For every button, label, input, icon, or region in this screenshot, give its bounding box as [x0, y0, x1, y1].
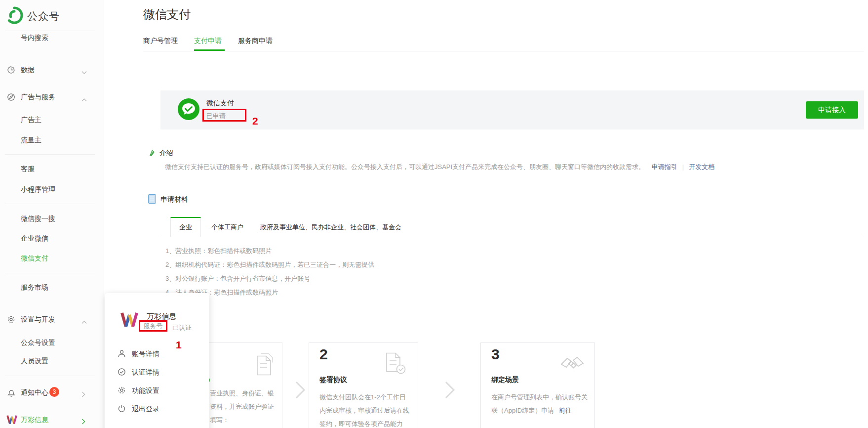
intro-description-row: 微信支付支持已认证的服务号，政府或媒体订阅号接入支付功能。公众号接入支付后，可以…: [165, 163, 714, 171]
materials-heading-label: 申请材料: [160, 195, 188, 204]
material-item-2: 2、组织机构代码证：彩色扫描件或数码照片，若已三证合一，则无需提供: [165, 260, 374, 269]
check-circle-icon: [118, 368, 126, 378]
sidebar-item-traffic[interactable]: 流量主: [0, 135, 104, 146]
card1-text-fragment-3: 填写：: [210, 416, 229, 425]
card1-text-fragment-1: 营业执照、身份证、银: [210, 389, 274, 398]
sidebar-item-label: 号内搜索: [21, 34, 48, 43]
sidebar-item-label: 小程序管理: [21, 185, 55, 194]
sidebar-item-ads-services[interactable]: 广告与服务: [0, 92, 104, 103]
sidebar-item-staff-settings[interactable]: 人员设置: [0, 356, 104, 367]
chevron-up-icon: [81, 95, 87, 103]
notification-badge: 3: [49, 387, 59, 397]
chevron-right-separator-icon: [444, 381, 455, 401]
sidebar-item-label: 万彩信息: [21, 416, 48, 425]
materials-tab-enterprise[interactable]: 企业: [170, 217, 201, 237]
intro-heading-label: 介绍: [159, 149, 173, 158]
sidebar-item-notification-center[interactable]: 通知中心 3: [0, 387, 104, 398]
sidebar-item-label: 微信支付: [21, 254, 48, 263]
pie-chart-icon: [7, 66, 15, 76]
apply-access-button[interactable]: 申请接入: [806, 101, 858, 119]
step-description: 在商户号管理列表中，确认账号关联（AppID绑定）申请 前往: [491, 390, 588, 417]
material-item-3: 3、对公银行账户：包含开户行省市信息，开户账号: [165, 274, 310, 283]
sidebar-item-service-market[interactable]: 服务市场: [0, 282, 104, 293]
wechat-mp-admin-screen: 公众号 号内搜索 数据 广告: [0, 0, 868, 428]
popup-menu-label: 功能设置: [132, 386, 159, 395]
popup-menu-label: 认证详情: [132, 368, 159, 377]
document-icon: [148, 194, 156, 205]
divider: [5, 376, 95, 376]
tab-payment-application[interactable]: 支付申请: [194, 37, 222, 45]
materials-tab-divider: [160, 237, 864, 237]
sidebar-item-label: 通知中心: [21, 388, 48, 397]
popup-menu-function-settings[interactable]: 功能设置: [105, 385, 209, 398]
page-title: 微信支付: [143, 6, 191, 22]
sidebar-item-account[interactable]: 万彩信息: [0, 415, 104, 426]
go-to-link[interactable]: 前往: [559, 407, 572, 414]
pen-icon: [148, 148, 157, 158]
apply-guide-link[interactable]: 申请指引: [652, 163, 677, 171]
sidebar: 公众号 号内搜索 数据 广告: [0, 0, 104, 428]
sidebar-item-label: 广告主: [21, 116, 41, 125]
sidebar-item-label: 公众号设置: [21, 339, 55, 347]
step-card-3: 3 绑定场景 在商户号管理列表中，确认账号关联（AppID绑定）申请 前往: [480, 342, 595, 428]
chevron-up-icon: [81, 318, 87, 326]
handshake-icon: [560, 354, 585, 374]
sidebar-item-label: 人员设置: [21, 357, 48, 366]
bell-icon: [7, 388, 16, 399]
gear-icon: [118, 386, 126, 396]
materials-section-heading: 申请材料: [148, 194, 188, 205]
sidebar-item-wechat-pay[interactable]: 微信支付: [0, 253, 104, 264]
sidebar-item-data[interactable]: 数据: [0, 65, 104, 76]
tab-merchant-management[interactable]: 商户号管理: [143, 37, 178, 45]
annotation-box-status: [202, 109, 246, 122]
popup-menu-label: 账号详情: [132, 350, 159, 359]
sidebar-item-account-settings[interactable]: 公众号设置: [0, 338, 104, 348]
step-title: 签署协议: [319, 376, 347, 385]
mp-logo[interactable]: 公众号: [5, 6, 60, 26]
popup-menu-account-details[interactable]: 账号详情: [105, 348, 209, 361]
divider: [143, 51, 864, 51]
account-type-with-annotation-box: 服务号: [139, 320, 167, 332]
materials-tab-individual[interactable]: 个体工商户: [211, 223, 243, 232]
annotation-number-2: 2: [252, 115, 258, 127]
wechat-pay-icon: [178, 98, 199, 122]
chevron-right-icon: [81, 391, 85, 399]
sidebar-item-label: 数据: [21, 66, 35, 75]
sidebar-item-in-account-search[interactable]: 号内搜索: [0, 33, 104, 43]
sidebar-item-label: 流量主: [21, 136, 41, 145]
step-description-text: 在商户号管理列表中，确认账号关联（AppID绑定）申请: [491, 393, 588, 414]
user-icon: [118, 349, 126, 359]
step-title: 绑定场景: [491, 376, 519, 385]
divider: [5, 273, 95, 273]
material-item-1: 1、营业执照：彩色扫描件或数码照片: [165, 247, 272, 256]
sidebar-item-advertiser[interactable]: 广告主: [0, 115, 104, 126]
popup-menu-logout[interactable]: 退出登录: [105, 403, 209, 416]
banner-product-name: 微信支付: [206, 99, 234, 108]
divider: [5, 204, 95, 204]
sidebar-item-wecom[interactable]: 企业微信: [0, 233, 104, 244]
sidebar-item-label: 设置与开发: [21, 315, 55, 324]
documents-icon: [256, 353, 274, 377]
power-icon: [118, 404, 126, 414]
gear-icon: [7, 315, 15, 325]
mp-logo-text: 公众号: [27, 9, 60, 23]
step-number: 3: [491, 346, 500, 363]
dev-docs-link[interactable]: 开发文档: [689, 163, 714, 171]
materials-tab-government[interactable]: 政府及事业单位、民办非企业、社会团体、基金会: [260, 223, 401, 232]
w-logo-icon: [6, 413, 17, 427]
sidebar-item-settings-dev[interactable]: 设置与开发: [0, 314, 104, 325]
link-separator: |: [682, 163, 684, 171]
sidebar-item-wechat-search[interactable]: 微信搜一搜: [0, 214, 104, 224]
sidebar-item-label: 微信搜一搜: [21, 214, 55, 223]
intro-section-heading: 介绍: [148, 148, 173, 158]
step-description: 微信支付团队会在1-2个工作日内完成审核，审核通过后请在线签约，即可体验各项产品…: [319, 390, 411, 428]
tab-service-provider[interactable]: 服务商申请: [238, 37, 273, 45]
sidebar-item-customer-service[interactable]: 客服: [0, 164, 104, 174]
intro-description: 微信支付支持已认证的服务号，政府或媒体订阅号接入支付功能。公众号接入支付后，可以…: [165, 163, 645, 171]
step-card-2: 2 签署协议 微信支付团队会在1-2个工作日内完成审核，审核通过后请在线签约，即…: [309, 342, 418, 428]
popup-menu-label: 退出登录: [132, 405, 159, 414]
popup-menu-verification-details[interactable]: 认证详情: [105, 367, 209, 380]
sidebar-item-miniprogram[interactable]: 小程序管理: [0, 184, 104, 195]
sidebar-item-label: 广告与服务: [21, 93, 55, 102]
chevron-down-icon: [81, 68, 87, 76]
